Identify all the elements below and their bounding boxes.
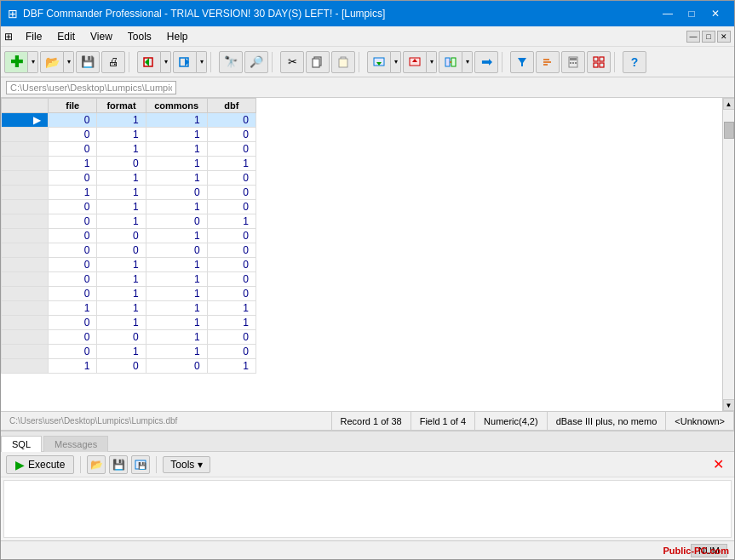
filter-button[interactable] [510, 51, 534, 73]
table-cell[interactable]: 0 [49, 214, 97, 229]
table-cell[interactable]: 1 [97, 171, 146, 186]
table-cell[interactable]: 1 [146, 128, 207, 142]
table-cell[interactable]: 1 [146, 330, 207, 345]
sql-save-btn[interactable]: 💾 [109, 455, 128, 474]
table-cell[interactable]: 0 [97, 243, 146, 258]
table-row[interactable]: 0110 [2, 171, 256, 186]
table-cell[interactable]: 0 [49, 142, 97, 157]
save-button[interactable]: 💾 [76, 51, 100, 73]
table-row[interactable]: 0110 [2, 258, 256, 272]
table-cell[interactable]: 0 [49, 316, 97, 330]
table-cell[interactable]: 1 [207, 301, 256, 316]
table-cell[interactable]: 1 [97, 287, 146, 301]
menu-file[interactable]: File [18, 28, 49, 45]
table-cell[interactable]: 0 [146, 214, 207, 229]
table-cell[interactable]: 0 [49, 330, 97, 345]
table-cell[interactable]: 1 [97, 272, 146, 287]
table-cell[interactable]: 1 [146, 229, 207, 243]
table-cell[interactable]: 1 [146, 316, 207, 330]
table-cell[interactable]: 0 [207, 330, 256, 345]
table-row[interactable]: 0110 [2, 272, 256, 287]
table-cell[interactable]: 0 [207, 200, 256, 214]
table-cell[interactable]: 0 [207, 243, 256, 258]
minimize-button[interactable]: — [656, 5, 680, 22]
table-cell[interactable]: 0 [49, 229, 97, 243]
table-cell[interactable]: 0 [49, 272, 97, 287]
copy2-button[interactable] [439, 51, 462, 73]
scroll-up-arrow[interactable]: ▲ [723, 98, 735, 110]
new-dropdown-arrow[interactable]: ▾ [28, 51, 38, 73]
table-row[interactable]: 1001 [2, 359, 256, 374]
tab-messages[interactable]: Messages [43, 436, 108, 452]
menu-tools[interactable]: Tools [120, 28, 159, 45]
table-cell[interactable]: 1 [97, 258, 146, 272]
table-cell[interactable]: 0 [207, 186, 256, 200]
import-dropdown[interactable]: ▾ [391, 51, 401, 73]
tools-button[interactable]: Tools ▾ [163, 456, 210, 473]
table-cell[interactable]: 1 [49, 301, 97, 316]
table-cell[interactable]: 1 [49, 157, 97, 171]
menu-view[interactable]: View [83, 28, 120, 45]
table-cell[interactable]: 1 [207, 316, 256, 330]
menu-close-btn[interactable]: ✕ [717, 31, 731, 43]
table-cell[interactable]: 0 [207, 258, 256, 272]
table-cell[interactable]: 0 [207, 142, 256, 157]
table-cell[interactable]: 1 [146, 157, 207, 171]
open-button[interactable]: 📂 [40, 51, 64, 73]
menu-help[interactable]: Help [159, 28, 196, 45]
menu-restore-btn[interactable]: □ [702, 31, 715, 43]
table-cell[interactable]: 1 [146, 301, 207, 316]
nav-fwd-dropdown[interactable]: ▾ [197, 51, 207, 73]
table-cell[interactable]: 0 [49, 243, 97, 258]
table-row[interactable]: 0111 [2, 316, 256, 330]
table-cell[interactable]: 1 [97, 214, 146, 229]
table-cell[interactable]: 0 [146, 359, 207, 374]
copy2-dropdown[interactable]: ▾ [462, 51, 473, 73]
table-cell[interactable]: 0 [49, 171, 97, 186]
table-cell[interactable]: 0 [207, 171, 256, 186]
copy-button[interactable] [306, 51, 330, 73]
table-row[interactable]: 0110 [2, 345, 256, 359]
table-cell[interactable]: 0 [49, 113, 97, 128]
print-button[interactable]: 🖨 [101, 51, 125, 73]
table-cell[interactable]: 1 [146, 142, 207, 157]
table-cell[interactable]: 1 [97, 128, 146, 142]
table-row[interactable]: 0010 [2, 229, 256, 243]
address-input[interactable] [6, 81, 176, 94]
sql-open-btn[interactable]: 📂 [87, 455, 106, 474]
nav-fwd-button[interactable] [173, 51, 197, 73]
nav-back-dropdown[interactable]: ▾ [161, 51, 171, 73]
table-cell[interactable]: 1 [146, 171, 207, 186]
open-dropdown-arrow[interactable]: ▾ [64, 51, 74, 73]
table-cell[interactable]: 1 [49, 186, 97, 200]
sort-button[interactable] [536, 51, 560, 73]
new-button[interactable]: ✚ [4, 51, 28, 73]
table-row[interactable]: ▶0110 [2, 113, 256, 128]
table-row[interactable]: 0110 [2, 128, 256, 142]
table-row[interactable]: 1100 [2, 186, 256, 200]
table-cell[interactable]: 0 [97, 330, 146, 345]
table-row[interactable]: 0110 [2, 142, 256, 157]
table-cell[interactable]: 1 [146, 113, 207, 128]
table-row[interactable]: 0101 [2, 214, 256, 229]
table-cell[interactable]: 0 [207, 128, 256, 142]
table-cell[interactable]: 1 [146, 200, 207, 214]
table-cell[interactable]: 1 [207, 359, 256, 374]
table-cell[interactable]: 0 [49, 287, 97, 301]
scroll-thumb[interactable] [724, 122, 734, 139]
table-row[interactable]: 1111 [2, 301, 256, 316]
table-cell[interactable]: 0 [207, 113, 256, 128]
import-button[interactable] [367, 51, 391, 73]
table-cell[interactable]: 1 [97, 301, 146, 316]
table-cell[interactable]: 1 [146, 258, 207, 272]
table-cell[interactable]: 0 [97, 229, 146, 243]
table-cell[interactable]: 1 [207, 214, 256, 229]
table-row[interactable]: 0000 [2, 243, 256, 258]
table-cell[interactable]: 0 [207, 287, 256, 301]
calc-button[interactable] [561, 51, 585, 73]
cut-button[interactable]: ✂ [280, 51, 304, 73]
table-cell[interactable]: 1 [97, 113, 146, 128]
table-cell[interactable]: 0 [97, 157, 146, 171]
execute-button[interactable]: ▶ Execute [6, 455, 74, 474]
table-row[interactable]: 0110 [2, 200, 256, 214]
